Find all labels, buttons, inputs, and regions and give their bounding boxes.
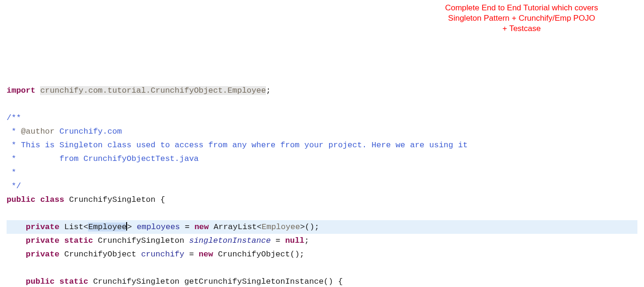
javadoc-line: * <box>7 168 16 177</box>
method-name: getCrunchifySingletonInstance <box>185 277 324 286</box>
keyword-import: import <box>7 86 35 95</box>
import-path: crunchify.com.tutorial.CrunchifyObject.E… <box>40 86 266 95</box>
keyword-static: static <box>64 236 93 245</box>
field-crunchify: crunchify <box>141 250 185 259</box>
javadoc-line: * This is Singleton class used to access… <box>7 141 467 150</box>
class-name: CrunchifySingleton <box>69 195 156 204</box>
keyword-new: new <box>194 223 209 231</box>
tutorial-callout: Complete End to End Tutorial which cover… <box>418 3 625 34</box>
field-line: private static CrunchifySingleton single… <box>7 236 309 245</box>
method-declaration: public static CrunchifySingleton getCrun… <box>7 277 343 286</box>
javadoc-author: * @author Crunchify.com <box>7 127 122 136</box>
field-singletoninstance: singletonInstance <box>189 236 271 245</box>
type: CrunchifySingleton <box>98 236 185 245</box>
highlighted-line: private List<Employee> employees = new A… <box>7 220 637 234</box>
type: CrunchifyObject <box>64 250 136 259</box>
callout-line-2: Singleton Pattern + Crunchify/Emp POJO <box>448 14 595 23</box>
keyword-new: new <box>199 250 213 259</box>
keyword-private: private <box>26 236 59 245</box>
keyword-null: null <box>285 236 305 245</box>
code-editor[interactable]: import crunchify.com.tutorial.CrunchifyO… <box>0 82 644 287</box>
type-arraylist: ArrayList <box>214 223 257 231</box>
line-1: import crunchify.com.tutorial.CrunchifyO… <box>7 86 271 95</box>
brace-open: { <box>160 195 165 204</box>
return-type: CrunchifySingleton <box>93 277 180 286</box>
type-employee-highlighted: Employee <box>88 223 127 231</box>
semicolon: ; <box>266 86 271 95</box>
constructor: CrunchifyObject <box>218 250 290 259</box>
type-employee: Employee <box>262 223 300 231</box>
keyword-public: public <box>26 277 55 286</box>
field-employees: employees <box>137 223 180 231</box>
type-list: List <box>64 223 83 231</box>
field-line: private CrunchifyObject crunchify = new … <box>7 250 305 259</box>
keyword-static: static <box>59 277 88 286</box>
javadoc-line: * from CrunchifyObjectTest.java <box>7 154 199 163</box>
callout-line-3: + Testcase <box>502 24 540 33</box>
keyword-private: private <box>26 223 59 231</box>
javadoc-start: /** <box>7 113 21 122</box>
keyword-public: public <box>7 195 35 204</box>
callout-line-1: Complete End to End Tutorial which cover… <box>445 3 598 12</box>
class-declaration: public class CrunchifySingleton { <box>7 195 165 204</box>
javadoc-end: */ <box>7 182 21 191</box>
keyword-class: class <box>40 195 64 204</box>
keyword-private: private <box>26 250 59 259</box>
